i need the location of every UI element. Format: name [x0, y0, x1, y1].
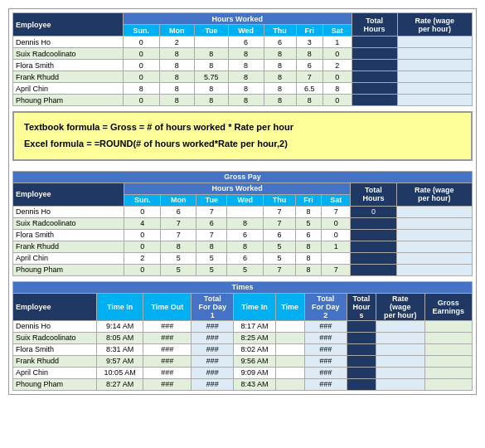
gross-pay-header: Gross Pay [13, 171, 473, 183]
table-row: Phoung Pham0555787 [13, 264, 473, 275]
col-rate-3: Rate(wageper hour) [376, 293, 425, 320]
col-wed-2: Wed [227, 194, 263, 206]
col-fri-2: Fri [296, 194, 322, 206]
col-sun-1: Sun. [123, 25, 159, 37]
table-row: Frank Rhudd085.758870 [13, 71, 473, 83]
col-thu-1: Thu [264, 25, 296, 37]
col-employee-3: Employee [13, 293, 97, 320]
col-timeout-1: Time Out [143, 293, 192, 320]
col-employee-1: Employee [13, 13, 124, 37]
col-rate-2: Rate (wageper hour) [396, 183, 472, 206]
col-mon-1: Mon [159, 25, 194, 37]
col-total-day1: TotalFor Day1 [192, 293, 234, 320]
col-total-hours-2: TotalHours [351, 183, 396, 206]
col-mon-2: Mon [161, 194, 196, 206]
table-row: Phoung Pham8:27 AM######8:43 AM### [13, 378, 473, 390]
times-table: Times Employee Time In Time Out TotalFor… [12, 281, 473, 391]
col-gross-earnings: GrossEarnings [424, 293, 472, 320]
formula-excel: Excel formula = =ROUND(# of hours worked… [24, 136, 461, 153]
col-hours-worked-1: Hours Worked [123, 13, 352, 25]
table-row: Dennis Ho9:14 AM######8:17 AM### [13, 320, 473, 332]
table-row: Suix Radcoolinato8:05 AM######8:25 AM### [13, 332, 473, 343]
table-row: Flora Smith0776660 [13, 229, 473, 241]
col-employee-2: Employee [13, 183, 124, 206]
table-row: Dennis Ho0677870 [13, 206, 473, 217]
times-header: Times [13, 281, 473, 293]
table-row: Flora Smith0888862 [13, 60, 473, 71]
table-row: Suix Radcoolinato4768750 [13, 217, 473, 229]
gross-pay-table: Gross Pay Employee Hours Worked TotalHou… [12, 171, 473, 276]
col-wed-1: Wed [228, 25, 264, 37]
spreadsheet-container: Employee Hours Worked TotalHours Rate (w… [8, 8, 477, 395]
col-timein-1: Time In [96, 293, 143, 320]
table-row: Dennis Ho026631 [13, 37, 473, 48]
col-total-hours-1: TotalHours [352, 13, 397, 37]
col-rate-1: Rate (wageper hour) [397, 13, 473, 37]
table-row: Flora Smith8:31 AM######8:02 AM### [13, 343, 473, 355]
table-row: Phoung Pham0888880 [13, 95, 473, 106]
table-row: Suix Radcoolinato0888880 [13, 48, 473, 60]
table-row: April Chin10:05 AM######9:09 AM### [13, 367, 473, 378]
table-row: Frank Rhudd0888581 [13, 241, 473, 252]
col-total-day2: TotalFor Day2 [304, 293, 347, 320]
table-row: April Chin888886.58 [13, 83, 473, 95]
col-sat-1: Sat [323, 25, 352, 37]
col-timein-2: Time In [234, 293, 275, 320]
col-tue-1: Tue [194, 25, 228, 37]
table-row: Frank Rhudd9:57 AM######9:56 AM### [13, 355, 473, 367]
col-hours-worked-2: Hours Worked [124, 183, 350, 194]
col-thu-2: Thu [263, 194, 295, 206]
col-total-hours-3: TotalHours [347, 293, 376, 320]
col-sat-2: Sat [322, 194, 351, 206]
col-sun-2: Sun. [124, 194, 160, 206]
formula-box: Textbook formula = Gross = # of hours wo… [12, 111, 473, 161]
table-row: April Chin255658 [13, 252, 473, 264]
col-time-2: Time [275, 293, 304, 320]
hours-worked-table-1: Employee Hours Worked TotalHours Rate (w… [12, 12, 473, 106]
formula-textbook: Textbook formula = Gross = # of hours wo… [24, 119, 461, 136]
col-tue-2: Tue [196, 194, 227, 206]
col-fri-1: Fri [296, 25, 323, 37]
